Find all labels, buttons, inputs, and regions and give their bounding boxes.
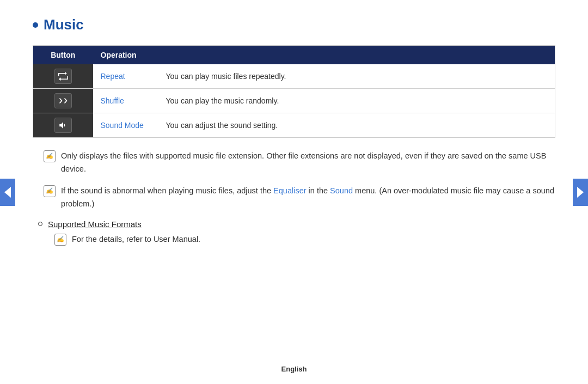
title-bullet-icon [33,22,38,28]
shuffle-icon-cell [33,89,93,113]
music-table: Button Operation Repeat You can play mus… [33,45,555,138]
table-header-operation: Operation [93,46,555,65]
table-header-button: Button [33,46,93,65]
repeat-icon-cell [33,64,93,89]
sound-mode-icon-cell [33,113,93,138]
repeat-label: Repeat [93,64,158,89]
note-1-icon: ✍ [44,150,56,162]
repeat-description: You can play music files repeatedly. [158,64,555,89]
footer-language: English [281,365,307,373]
formats-note-text: For the details, refer to User Manual. [72,233,200,246]
sound-link: Sound [330,186,353,195]
note-1-block: ✍ Only displays the files with supported… [33,150,555,176]
note-2-text-before: If the sound is abnormal when playing mu… [61,186,273,195]
nav-right-button[interactable] [573,179,588,206]
shuffle-description: You can play the music randomly. [158,89,555,113]
svg-marker-0 [4,187,11,198]
page-title: Music [44,16,84,33]
svg-marker-1 [577,187,584,198]
sound-mode-icon [54,118,72,133]
note-2-text-middle: in the [307,186,330,195]
nav-left-button[interactable] [0,179,15,206]
sound-mode-description: You can adjust the sound setting. [158,113,555,138]
formats-bullet-icon [38,222,42,226]
note-1-text: Only displays the files with supported m… [61,150,555,176]
note-2-block: ✍ If the sound is abnormal when playing … [33,185,555,211]
page-container: Music Button Operation Repeat You [0,0,588,384]
repeat-icon [54,69,72,84]
table-row: Repeat You can play music files repeated… [33,64,555,89]
note-2-text: If the sound is abnormal when playing mu… [61,185,555,211]
formats-note-block: ✍ For the details, refer to User Manual. [38,233,555,246]
table-row: Sound Mode You can adjust the sound sett… [33,113,555,138]
formats-title-text: Supported Music Formats [48,220,142,229]
note-2-icon: ✍ [44,185,56,197]
shuffle-icon [54,93,72,108]
formats-note-icon: ✍ [54,234,66,246]
formats-section: Supported Music Formats ✍ For the detail… [33,220,555,246]
table-row: Shuffle You can play the music randomly. [33,89,555,113]
sound-mode-label: Sound Mode [93,113,158,138]
table-header-row: Button Operation [33,46,555,65]
formats-title-row: Supported Music Formats [38,220,555,229]
page-title-section: Music [33,16,555,33]
equaliser-link: Equaliser [273,186,306,195]
shuffle-label: Shuffle [93,89,158,113]
